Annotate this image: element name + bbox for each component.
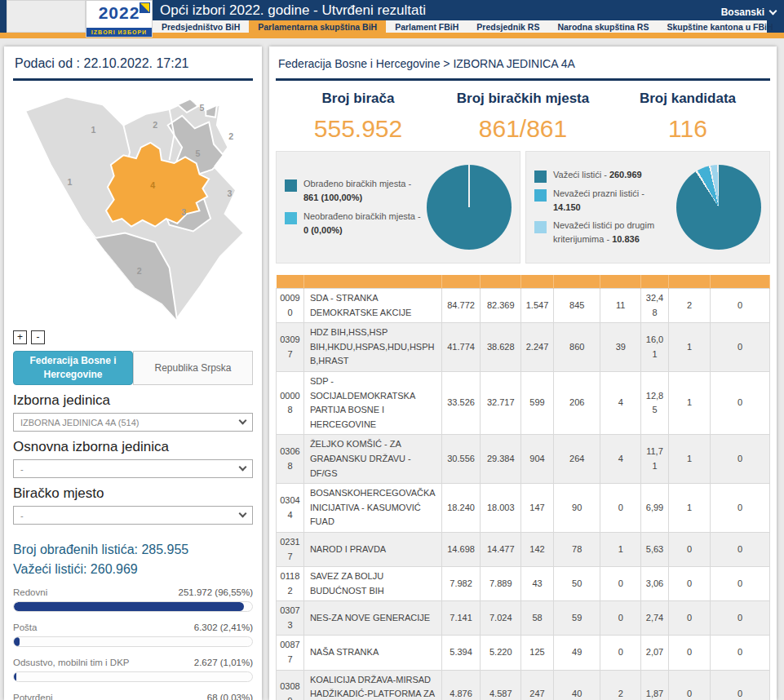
absentee-votes-cell: 206 — [553, 371, 600, 434]
compensatory-mandate-cell: 0 — [711, 323, 770, 372]
ballots-legend: Važeći listići - 260.969 Nevažeći prazni… — [534, 164, 673, 250]
ballot-bar-label: Odsustvo, mobilni tim i DKP — [13, 658, 130, 667]
filter-selected-value: - — [20, 511, 24, 521]
legend-value: 0 (0,00%) — [303, 225, 343, 235]
stat-label: Broj biračkih mjesta — [441, 91, 605, 107]
valid-ballots-total: Važeći listići: 260.969 — [13, 562, 253, 577]
ballot-bar-track — [13, 601, 253, 612]
ballot-bar-fill — [14, 602, 244, 611]
bih-flag-icon — [140, 2, 150, 13]
ballot-bar: Potvrđeni 68 (0,03%) — [13, 693, 253, 700]
party-row: 03097 HDZ BIH,HSS,HSP BIH,HKDU,HSPAS,HDU… — [277, 323, 770, 372]
filters: Izborna jedinica IZBORNA JEDINICA 4A (51… — [13, 392, 253, 525]
stat-label: Broj kandidata — [605, 91, 770, 107]
confirmed-votes-cell: 4 — [600, 435, 641, 484]
total-votes-cell: 33.526 — [441, 371, 481, 434]
party-code-cell: 03044 — [277, 484, 304, 533]
compensatory-mandate-cell: 0 — [711, 371, 770, 434]
party-name-cell: SDA - STRANKA DEMOKRATSKE AKCIJE — [303, 289, 441, 323]
column-header[interactable] — [481, 275, 521, 289]
legend-swatch — [534, 171, 547, 183]
compensatory-mandate-cell: 0 — [711, 670, 770, 700]
absentee-votes-cell: 49 — [553, 636, 600, 670]
table-body: 00090 SDA - STRANKA DEMOKRATSKE AKCIJE 8… — [277, 289, 770, 700]
party-row: 00090 SDA - STRANKA DEMOKRATSKE AKCIJE 8… — [277, 289, 770, 323]
entity-tab[interactable]: Republika Srpska — [133, 351, 253, 385]
filter-label: Osnovna izborna jedinica — [13, 439, 253, 455]
total-votes-cell: 14.698 — [441, 532, 481, 566]
absentee-votes-cell: 90 — [553, 484, 600, 533]
party-row: 03073 NES-ZA NOVE GENERACIJE 7.141 7.024… — [277, 601, 770, 636]
map-zoom-in-button[interactable]: + — [13, 330, 27, 344]
nav-tab[interactable]: Predsjedništvo BiH — [153, 20, 249, 33]
percent-cell: 2,07 — [641, 636, 669, 670]
party-code-cell: 03073 — [277, 601, 304, 636]
column-header[interactable] — [641, 275, 669, 289]
stat-value: 555.952 — [276, 115, 441, 143]
nav-tab[interactable]: Predsjednik RS — [467, 20, 548, 33]
column-header[interactable] — [711, 275, 770, 289]
legend-label: Neobrađeno biračkih mjesta - — [303, 211, 421, 221]
language-selector[interactable]: Bosanski — [721, 7, 776, 18]
nav-tab-label: Narodna skupština RS — [557, 22, 649, 32]
filter-group: Biračko mjesto - — [13, 485, 253, 525]
confirmed-votes-cell: 4 — [600, 371, 641, 434]
polling-stations-chart-box: Obrađeno biračkih mjesta - 861 (100,00%)… — [276, 151, 520, 264]
percent-cell: 32,48 — [641, 289, 669, 323]
party-row: 02317 NAROD I PRAVDA 14.698 14.477 142 7… — [277, 532, 770, 566]
nav-tab[interactable]: Parlamentarna skupština BiH — [249, 20, 386, 33]
regular-mandate-cell: 1 — [668, 371, 710, 434]
entity-tab[interactable]: Federacija Bosne i Hercegovine — [13, 351, 133, 385]
bih-electoral-map[interactable]: 1 2 5 5 2 1 4 3 3 2 — [13, 84, 253, 326]
map-unit-label: 2 — [228, 131, 233, 141]
compensatory-mandate-cell: 0 — [711, 601, 770, 636]
party-code-cell: 01182 — [277, 567, 304, 601]
party-name-cell: SAVEZ ZA BOLJU BUDUĆNOST BIH — [303, 567, 441, 601]
column-header[interactable] — [521, 275, 554, 289]
filter-selected-value: - — [20, 464, 24, 474]
column-header[interactable] — [553, 275, 600, 289]
filter-select[interactable]: - — [13, 459, 253, 478]
filter-group: Osnovna izborna jedinica - — [13, 439, 253, 478]
mail-votes-cell: 904 — [521, 435, 554, 484]
filter-select[interactable]: IZBORNA JEDINICA 4A (514) — [13, 413, 253, 432]
legend-swatch — [285, 212, 297, 224]
column-header[interactable] — [668, 275, 710, 289]
party-row: 01182 SAVEZ ZA BOLJU BUDUĆNOST BIH 7.982… — [277, 567, 770, 601]
breadcrumb[interactable]: Federacija Bosne i Hercegovine > IZBORNA… — [276, 47, 770, 81]
confirmed-votes-cell: 0 — [600, 636, 641, 670]
regular-votes-cell: 29.384 — [481, 435, 521, 484]
legend-label: Nevažeći prazni listići - — [553, 188, 644, 198]
column-header[interactable] — [277, 275, 304, 289]
nav-tab[interactable]: Narodna skupština RS — [548, 20, 658, 33]
ballot-bar-label: Pošta — [13, 622, 37, 632]
nav-tab[interactable]: Parlament FBiH — [386, 20, 467, 33]
regular-votes-cell: 32.717 — [481, 371, 521, 434]
nav-tab-label: Predsjednik RS — [476, 22, 539, 32]
column-header[interactable] — [600, 275, 641, 289]
map-zoom-out-button[interactable]: - — [31, 330, 45, 344]
header-spacer — [7, 0, 86, 33]
results-panel: Federacija Bosne i Hercegovine > IZBORNA… — [269, 47, 777, 700]
column-header[interactable] — [441, 275, 481, 289]
stats-row: Broj birača 555.952 Broj biračkih mjesta… — [276, 91, 770, 143]
legend-value: 14.150 — [553, 202, 581, 212]
absentee-votes-cell: 78 — [553, 532, 600, 566]
filter-select[interactable]: - — [13, 506, 253, 525]
compensatory-mandate-cell: 0 — [711, 484, 770, 533]
ballot-bar-label: Potvrđeni — [13, 693, 53, 700]
regular-votes-cell: 82.369 — [481, 289, 521, 323]
nav-tab-label: Skupštine kantona u FBiH — [667, 22, 773, 32]
ballot-bar: Odsustvo, mobilni tim i DKP 2.627 (1,01%… — [13, 658, 253, 682]
nav-tab[interactable]: Skupštine kantona u FBiH — [658, 20, 782, 33]
regular-votes-cell: 5.220 — [481, 636, 521, 670]
confirmed-votes-cell: 0 — [600, 567, 641, 601]
total-votes-cell: 84.772 — [441, 289, 481, 323]
mail-votes-cell: 147 — [521, 484, 554, 533]
ballot-bar-track — [13, 636, 253, 647]
ballot-summary: Broj obrađenih listića: 285.955 Važeći l… — [13, 543, 253, 577]
percent-cell: 1,87 — [641, 670, 669, 700]
language-label: Bosanski — [721, 7, 764, 18]
left-sidebar-panel: Podaci od : 22.10.2022. 17:21 1 — [4, 47, 262, 700]
column-header[interactable] — [303, 275, 441, 289]
